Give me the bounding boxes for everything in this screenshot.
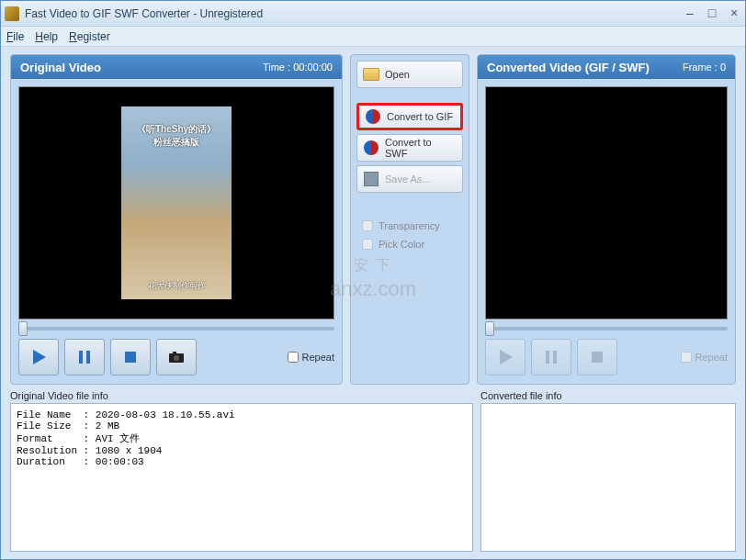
save-as-button: Save As... [356,165,463,193]
panels-row: Original Video Time : 00:00:00 《听TheShy的… [10,54,736,385]
repeat-label: Repeat [302,352,334,363]
menubar: File Help Register [1,27,745,47]
original-panel-body: 《听TheShy的话》 粉丝恶搞版 花大侠制作剪作 [11,79,342,384]
maximize-button[interactable]: □ [705,7,719,20]
window-title: Fast Video to GIF SWF Converter - Unregi… [25,7,683,20]
original-repeat-checkbox[interactable]: Repeat [288,352,334,363]
action-panel: Open Convert to GIF Convert to SWF Save … [350,54,469,385]
repeat-input [681,352,692,363]
svg-marker-7 [500,350,513,364]
svg-rect-2 [86,351,90,364]
close-button[interactable]: × [727,7,741,20]
save-icon [363,172,379,186]
app-icon [5,6,19,21]
converted-panel-title: Converted Video (GIF / SWF) [487,61,650,74]
stop-button[interactable] [110,339,151,375]
converted-controls: Repeat [485,338,728,376]
snapshot-button[interactable] [156,339,197,375]
repeat-label: Repeat [695,352,728,363]
original-video-panel: Original Video Time : 00:00:00 《听TheShy的… [10,54,343,385]
slider-thumb [485,321,494,336]
svg-rect-9 [553,351,557,364]
frame-display: Frame : 0 [683,62,726,73]
thumb-title: 《听TheShy的话》 [137,123,216,136]
pick-color-option: Pick Color [356,237,463,252]
content-area: Original Video Time : 00:00:00 《听TheShy的… [1,47,745,559]
play-button [485,339,526,375]
original-seek-slider[interactable] [18,319,334,338]
stop-icon [121,348,140,366]
pick-color-label: Pick Color [379,239,424,250]
original-info-label: Original Video file info [10,390,473,401]
original-info-text[interactable]: File Name : 2020-08-03 18.10.55.avi File… [10,403,473,552]
original-file-info: Original Video file info File Name : 202… [10,390,473,552]
window-buttons: – □ × [683,7,741,20]
play-button[interactable] [18,339,59,375]
convert-icon [365,109,381,124]
play-icon [496,348,514,366]
svg-point-5 [174,355,179,361]
convert-swf-label: Convert to SWF [385,137,457,159]
original-panel-title: Original Video [20,61,101,74]
stop-icon [588,348,606,366]
converted-seek-slider [485,319,728,338]
converted-info-label: Converted file info [480,390,736,401]
video-thumbnail: 《听TheShy的话》 粉丝恶搞版 花大侠制作剪作 [121,106,232,299]
original-controls: Repeat [18,338,334,376]
slider-track [485,327,728,330]
transparency-checkbox [362,220,373,231]
save-as-label: Save As... [385,174,431,185]
svg-rect-10 [592,352,603,363]
converted-file-info: Converted file info [480,390,736,552]
transparency-label: Transparency [379,220,440,231]
svg-rect-3 [125,352,136,363]
folder-icon [363,67,379,82]
app-window: Fast Video to GIF SWF Converter - Unregi… [0,0,746,560]
original-panel-header: Original Video Time : 00:00:00 [11,55,342,79]
pause-button [531,339,571,375]
repeat-input[interactable] [288,352,299,363]
play-icon [29,348,48,366]
converted-repeat-checkbox: Repeat [681,352,728,363]
slider-thumb[interactable] [18,321,28,336]
info-row: Original Video file info File Name : 202… [10,390,736,552]
pause-icon [75,348,94,366]
minimize-button[interactable]: – [683,7,697,20]
thumb-subtitle: 粉丝恶搞版 [153,136,199,149]
slider-track [18,327,334,330]
convert-to-swf-button[interactable]: Convert to SWF [356,134,463,162]
converted-panel-body: Repeat [478,79,735,384]
converted-video-viewport[interactable] [485,86,728,319]
open-button[interactable]: Open [356,61,463,88]
thumb-credit [175,114,178,123]
thumb-footer: 花大侠制作剪作 [148,280,206,292]
svg-rect-6 [173,352,176,354]
convert-icon [363,140,379,155]
menu-file[interactable]: File [6,30,24,43]
stop-button [577,339,617,375]
titlebar: Fast Video to GIF SWF Converter - Unregi… [1,1,745,27]
converted-info-text[interactable] [480,403,736,552]
convert-to-gif-button[interactable]: Convert to GIF [356,103,463,130]
pause-icon [542,348,560,366]
menu-help[interactable]: Help [35,30,58,43]
svg-rect-8 [546,351,549,364]
svg-rect-1 [79,351,83,364]
open-label: Open [385,69,410,80]
time-display: Time : 00:00:00 [263,62,333,73]
converted-panel-header: Converted Video (GIF / SWF) Frame : 0 [478,55,735,79]
convert-gif-label: Convert to GIF [387,111,453,122]
svg-marker-0 [33,350,46,364]
converted-video-panel: Converted Video (GIF / SWF) Frame : 0 [477,54,736,385]
transparency-option: Transparency [356,218,463,233]
menu-register[interactable]: Register [69,30,110,43]
camera-icon [167,348,186,366]
pick-color-checkbox [362,239,373,250]
pause-button[interactable] [64,339,105,375]
original-video-viewport[interactable]: 《听TheShy的话》 粉丝恶搞版 花大侠制作剪作 [18,86,334,319]
